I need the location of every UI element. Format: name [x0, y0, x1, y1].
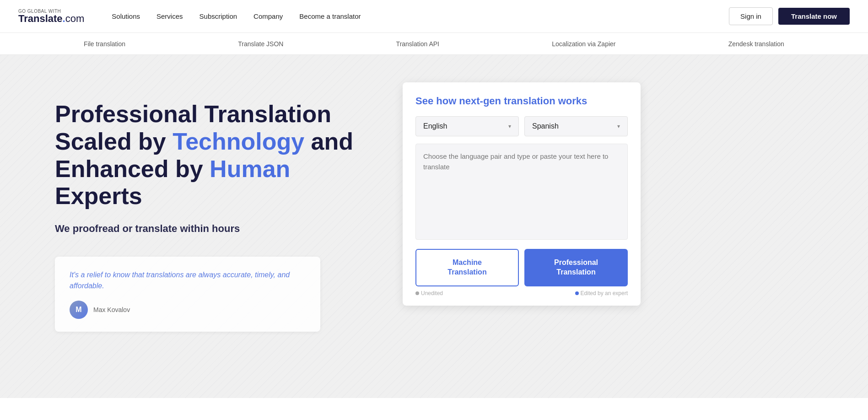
testimonial-text: It's a relief to know that translations …: [70, 269, 306, 291]
sub-nav-zendesk[interactable]: Zendesk translation: [728, 40, 784, 48]
sub-nav-translation-api[interactable]: Translation API: [396, 40, 439, 48]
nav-become-translator[interactable]: Become a translator: [299, 12, 361, 20]
author-name: Max Kovalov: [93, 306, 130, 313]
hero-title: Professional Translation Scaled by Techn…: [55, 101, 375, 210]
source-language-selector[interactable]: English ▾: [415, 116, 519, 136]
nav-services[interactable]: Services: [156, 12, 183, 20]
hero-content: Professional Translation Scaled by Techn…: [55, 82, 375, 332]
translation-input[interactable]: [415, 144, 628, 240]
logo-main: Translate.com: [18, 14, 84, 24]
unedited-label: Unedited: [415, 290, 443, 296]
translate-now-button[interactable]: Translate now: [778, 8, 850, 25]
machine-translation-button[interactable]: MachineTranslation: [415, 249, 519, 286]
edited-label: Edited by an expert: [575, 290, 628, 296]
hero-title-line1: Professional Translation: [55, 101, 331, 127]
nav-solutions[interactable]: Solutions: [112, 12, 140, 20]
header-actions: Sign in Translate now: [729, 7, 850, 25]
signin-button[interactable]: Sign in: [729, 7, 773, 25]
hero-title-experts: Experts: [55, 183, 142, 209]
hero-title-human: Human: [210, 156, 290, 182]
sub-nav-localization-zapier[interactable]: Localization via Zapier: [552, 40, 615, 48]
language-selectors: English ▾ Spanish ▾: [415, 116, 628, 136]
edited-dot-icon: [575, 291, 579, 295]
avatar-initial: M: [75, 306, 81, 314]
testimonial-author: M Max Kovalov: [70, 301, 306, 319]
main-header: GO GLOBAL WITH Translate.com Solutions S…: [0, 0, 868, 33]
professional-translation-button[interactable]: ProfessionalTranslation: [524, 249, 628, 286]
translation-options: MachineTranslation ProfessionalTranslati…: [415, 249, 628, 286]
unedited-dot-icon: [415, 291, 419, 295]
avatar: M: [70, 301, 88, 319]
sub-nav: File translation Translate JSON Translat…: [0, 33, 868, 55]
testimonial-card: It's a relief to know that translations …: [55, 257, 320, 332]
nav-company[interactable]: Company: [253, 12, 283, 20]
source-lang-chevron-icon: ▾: [508, 123, 511, 129]
hero-title-and: and: [304, 128, 353, 155]
option-footer: Unedited Edited by an expert: [415, 290, 628, 296]
target-lang-chevron-icon: ▾: [617, 123, 620, 129]
hero-subtitle: We proofread or translate within hours: [55, 223, 375, 235]
logo[interactable]: GO GLOBAL WITH Translate.com: [18, 9, 84, 24]
source-language-label: English: [423, 122, 447, 130]
logo-name: Translate: [18, 13, 63, 24]
hero-title-technology: Technology: [173, 128, 304, 155]
widget-title: See how next-gen translation works: [415, 95, 628, 107]
sub-nav-file-translation[interactable]: File translation: [84, 40, 125, 48]
sub-nav-translate-json[interactable]: Translate JSON: [238, 40, 283, 48]
main-nav: Solutions Services Subscription Company …: [112, 12, 729, 20]
hero-title-enhanced-prefix: Enhanced by: [55, 156, 210, 182]
hero-section: Professional Translation Scaled by Techn…: [0, 55, 868, 398]
target-language-label: Spanish: [532, 122, 559, 130]
hero-title-line2-prefix: Scaled by: [55, 128, 173, 155]
nav-subscription[interactable]: Subscription: [199, 12, 237, 20]
target-language-selector[interactable]: Spanish ▾: [524, 116, 628, 136]
translation-widget: See how next-gen translation works Engli…: [403, 82, 641, 306]
